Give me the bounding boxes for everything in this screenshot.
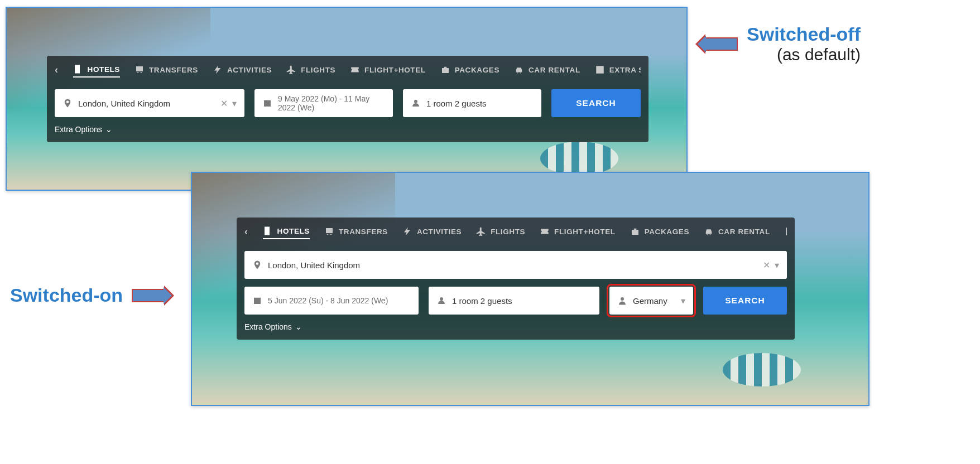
extra-options-toggle[interactable]: Extra Options ⌄ xyxy=(244,322,302,331)
tab-label: PACKAGES xyxy=(645,228,689,236)
search-button[interactable]: SEARCH xyxy=(703,287,787,315)
tab-transfers[interactable]: TRANSFERS xyxy=(324,226,388,236)
tab-flight-hotel[interactable]: FLIGHT+HOTEL xyxy=(540,226,616,236)
tab-packages[interactable]: PACKAGES xyxy=(440,65,499,75)
ticket-icon xyxy=(350,65,360,75)
tabs-prev-icon[interactable]: ‹ xyxy=(55,64,59,76)
switched-on-title: Switched-on xyxy=(10,284,123,306)
extra-options-label: Extra Options xyxy=(244,322,292,331)
tab-activities[interactable]: ACTIVITIES xyxy=(402,226,462,236)
destination-input[interactable]: London, United Kingdom ✕ ▾ xyxy=(55,89,244,117)
search-card: ‹ HOTELS TRANSFERS ACTIVITIES FLIGHTS FL… xyxy=(237,218,795,340)
tab-label: HOTELS xyxy=(88,65,120,74)
search-label: SEARCH xyxy=(576,98,616,108)
briefcase-icon xyxy=(630,226,640,236)
extra-options-toggle[interactable]: Extra Options ⌄ xyxy=(55,125,112,134)
guests-input[interactable]: 1 room 2 guests xyxy=(403,89,541,117)
lightning-icon xyxy=(213,65,223,75)
destination-value: London, United Kingdom xyxy=(78,99,170,108)
tab-label: FLIGHTS xyxy=(301,66,335,74)
date-range-input[interactable]: 5 Jun 2022 (Su) - 8 Jun 2022 (We) xyxy=(244,287,419,315)
tab-flights[interactable]: FLIGHTS xyxy=(476,226,525,236)
lightning-icon xyxy=(402,226,412,236)
product-tabs: ‹ HOTELS TRANSFERS ACTIVITIES FLIGHTS FL… xyxy=(244,218,787,245)
calendar-icon xyxy=(262,98,272,108)
bus-icon xyxy=(134,65,145,75)
tab-label: ACTIVITIES xyxy=(227,66,272,74)
person-suit-icon xyxy=(617,296,627,306)
tab-flights[interactable]: FLIGHTS xyxy=(286,65,335,75)
location-icon xyxy=(63,98,73,108)
tab-label: TRANSFERS xyxy=(149,66,198,74)
chevron-down-icon[interactable]: ▾ xyxy=(775,260,779,270)
bus-icon xyxy=(324,226,334,236)
tab-label: FLIGHTS xyxy=(491,228,525,236)
tab-hotels[interactable]: HOTELS xyxy=(73,64,120,78)
tab-label: PACKAGES xyxy=(455,66,499,74)
search-label: SEARCH xyxy=(725,296,765,306)
nationality-value: Germany xyxy=(633,296,667,306)
tabs-prev-icon[interactable]: ‹ xyxy=(244,226,248,238)
clear-icon[interactable]: ✕ xyxy=(763,260,770,270)
arrow-right-icon xyxy=(132,289,165,302)
tab-extra-services[interactable]: EXTRA S xyxy=(785,226,787,236)
tab-transfers[interactable]: TRANSFERS xyxy=(134,65,198,75)
plane-icon xyxy=(476,226,486,236)
tab-label: CAR RENTAL xyxy=(529,66,580,74)
tab-label: FLIGHT+HOTEL xyxy=(554,228,616,236)
tab-label: TRANSFERS xyxy=(339,228,388,236)
switched-off-title: Switched-off xyxy=(747,23,861,45)
search-button[interactable]: SEARCH xyxy=(551,89,641,117)
tab-activities[interactable]: ACTIVITIES xyxy=(213,65,272,75)
date-range-input[interactable]: 9 May 2022 (Mo) - 11 May 2022 (We) xyxy=(254,89,393,117)
product-tabs: ‹ HOTELS TRANSFERS ACTIVITIES FLIGHTS FL… xyxy=(55,56,641,84)
location-icon xyxy=(252,260,262,270)
screenshot-switched-off: ‹ HOTELS TRANSFERS ACTIVITIES FLIGHTS FL… xyxy=(6,7,688,191)
screenshot-switched-on: ‹ HOTELS TRANSFERS ACTIVITIES FLIGHTS FL… xyxy=(191,172,869,406)
tab-hotels[interactable]: HOTELS xyxy=(263,226,310,239)
tab-flight-hotel[interactable]: FLIGHT+HOTEL xyxy=(350,65,426,75)
tab-label: ACTIVITIES xyxy=(417,228,462,236)
guests-value: 1 room 2 guests xyxy=(452,296,512,306)
chevron-down-icon: ⌄ xyxy=(105,125,112,134)
destination-value: London, United Kingdom xyxy=(268,260,360,270)
building-icon xyxy=(73,64,83,74)
annotation-switched-on: Switched-on xyxy=(10,284,165,306)
star-icon xyxy=(785,226,787,236)
annotation-switched-off: Switched-off (as default) xyxy=(704,23,861,64)
destination-input[interactable]: London, United Kingdom ✕ ▾ xyxy=(244,251,787,279)
chevron-down-icon: ⌄ xyxy=(295,322,302,331)
car-icon xyxy=(704,226,714,236)
switched-off-subtitle: (as default) xyxy=(777,45,861,64)
guests-value: 1 room 2 guests xyxy=(426,99,487,108)
nationality-select[interactable]: Germany ▾ xyxy=(609,287,693,315)
date-range-value: 5 Jun 2022 (Su) - 8 Jun 2022 (We) xyxy=(268,296,388,305)
tab-packages[interactable]: PACKAGES xyxy=(630,226,689,236)
plane-icon xyxy=(286,65,296,75)
person-icon xyxy=(411,98,421,108)
extra-options-label: Extra Options xyxy=(55,125,102,134)
tab-label: CAR RENTAL xyxy=(718,228,770,236)
car-icon xyxy=(514,65,524,75)
arrow-left-icon xyxy=(704,37,738,51)
calendar-icon xyxy=(252,296,262,306)
briefcase-icon xyxy=(440,65,450,75)
star-icon xyxy=(595,65,605,75)
tab-label: FLIGHT+HOTEL xyxy=(364,66,426,74)
search-card: ‹ HOTELS TRANSFERS ACTIVITIES FLIGHTS FL… xyxy=(47,56,648,142)
tab-extra-services[interactable]: EXTRA S xyxy=(595,65,641,75)
chevron-down-icon[interactable]: ▾ xyxy=(681,296,685,306)
ticket-icon xyxy=(540,226,550,236)
tab-label: EXTRA S xyxy=(609,66,641,74)
guests-input[interactable]: 1 room 2 guests xyxy=(429,287,599,315)
chevron-down-icon[interactable]: ▾ xyxy=(232,98,237,109)
tab-car-rental[interactable]: CAR RENTAL xyxy=(514,65,580,75)
clear-icon[interactable]: ✕ xyxy=(220,98,228,109)
tab-label: HOTELS xyxy=(277,227,310,235)
person-icon xyxy=(436,296,446,306)
building-icon xyxy=(263,226,273,236)
date-range-value: 9 May 2022 (Mo) - 11 May 2022 (We) xyxy=(278,94,385,112)
tab-car-rental[interactable]: CAR RENTAL xyxy=(704,226,770,236)
